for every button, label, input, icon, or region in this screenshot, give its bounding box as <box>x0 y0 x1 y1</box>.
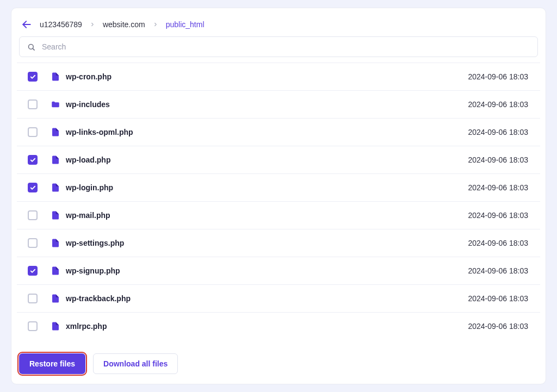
file-icon <box>51 238 60 248</box>
file-name: wp-cron.php <box>66 72 468 81</box>
file-icon <box>51 266 60 276</box>
file-checkbox[interactable] <box>28 183 38 192</box>
file-checkbox[interactable] <box>28 155 38 165</box>
file-icon <box>51 210 60 220</box>
action-bar: Restore files Download all files <box>17 346 540 374</box>
file-date: 2024-09-06 18:03 <box>468 294 528 303</box>
file-date: 2024-09-06 18:03 <box>468 322 528 331</box>
file-date: 2024-09-06 18:03 <box>468 128 528 136</box>
file-date: 2024-09-06 18:03 <box>468 155 528 164</box>
restore-files-button[interactable]: Restore files <box>19 353 85 374</box>
file-row[interactable]: wp-load.php2024-09-06 18:03 <box>17 146 540 173</box>
file-row[interactable]: wp-links-opml.php2024-09-06 18:03 <box>17 118 540 146</box>
file-name: wp-mail.php <box>66 211 468 220</box>
breadcrumb: u123456789website.compublic_html <box>40 20 205 29</box>
file-date: 2024-09-06 18:03 <box>468 72 528 81</box>
chevron-right-icon <box>90 22 95 27</box>
svg-line-2 <box>33 48 34 50</box>
file-manager-panel: u123456789website.compublic_html wp-cron… <box>11 8 546 384</box>
file-row[interactable]: wp-signup.php2024-09-06 18:03 <box>17 257 540 284</box>
file-date: 2024-09-06 18:03 <box>468 239 528 247</box>
file-name: wp-includes <box>66 100 468 109</box>
file-date: 2024-09-06 18:03 <box>468 211 528 220</box>
file-date: 2024-09-06 18:03 <box>468 100 528 109</box>
file-row[interactable]: wp-trackback.php2024-09-06 18:03 <box>17 284 540 312</box>
file-checkbox[interactable] <box>28 127 38 137</box>
file-date: 2024-09-06 18:03 <box>468 266 528 275</box>
breadcrumb-row: u123456789website.compublic_html <box>17 18 540 36</box>
file-date: 2024-09-06 18:03 <box>468 183 528 192</box>
file-checkbox[interactable] <box>28 294 38 303</box>
file-checkbox[interactable] <box>28 238 38 248</box>
file-icon <box>51 183 60 192</box>
file-name: wp-login.php <box>66 183 468 192</box>
file-icon <box>51 127 60 137</box>
file-icon <box>51 155 60 165</box>
file-icon <box>51 294 60 303</box>
file-name: xmlrpc.php <box>66 322 468 331</box>
file-row[interactable]: wp-mail.php2024-09-06 18:03 <box>17 201 540 229</box>
folder-icon <box>51 99 60 109</box>
file-name: wp-load.php <box>66 155 468 164</box>
search-box[interactable] <box>19 36 538 57</box>
file-name: wp-settings.php <box>66 239 468 247</box>
file-checkbox[interactable] <box>28 321 38 331</box>
file-row[interactable]: wp-login.php2024-09-06 18:03 <box>17 173 540 201</box>
file-checkbox[interactable] <box>28 72 38 82</box>
file-icon <box>51 321 60 331</box>
file-row[interactable]: xmlrpc.php2024-09-06 18:03 <box>17 312 540 340</box>
file-row[interactable]: wp-settings.php2024-09-06 18:03 <box>17 229 540 257</box>
file-checkbox[interactable] <box>28 99 38 109</box>
file-name: wp-links-opml.php <box>66 128 468 136</box>
breadcrumb-item[interactable]: u123456789 <box>40 20 82 29</box>
back-arrow-icon[interactable] <box>21 19 32 30</box>
file-checkbox[interactable] <box>28 210 38 220</box>
search-icon <box>27 43 35 51</box>
search-input[interactable] <box>42 42 530 51</box>
file-checkbox[interactable] <box>28 266 38 276</box>
file-row[interactable]: wp-cron.php2024-09-06 18:03 <box>17 63 540 90</box>
download-all-button[interactable]: Download all files <box>93 353 178 374</box>
file-name: wp-trackback.php <box>66 294 468 303</box>
file-row[interactable]: wp-includes2024-09-06 18:03 <box>17 90 540 118</box>
breadcrumb-item[interactable]: public_html <box>166 20 205 29</box>
chevron-right-icon <box>153 22 158 27</box>
breadcrumb-item[interactable]: website.com <box>103 20 145 29</box>
file-icon <box>51 72 60 82</box>
file-name: wp-signup.php <box>66 266 468 275</box>
file-list: wp-cron.php2024-09-06 18:03wp-includes20… <box>17 63 540 346</box>
